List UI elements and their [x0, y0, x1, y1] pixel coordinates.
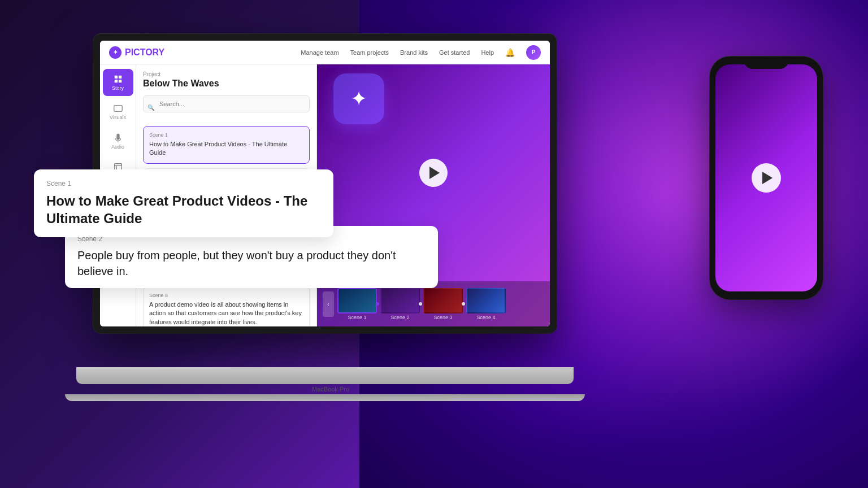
phone-play-button[interactable] — [752, 163, 781, 193]
timeline-thumb-2[interactable]: Scene 2 — [380, 288, 420, 320]
app-header-nav: Manage team Team projects Brand kits Get… — [301, 45, 541, 60]
thumb-label-1: Scene 1 — [337, 315, 377, 320]
macbook-label: MacBook Pro — [312, 386, 349, 393]
avatar[interactable]: P — [526, 45, 541, 60]
thumb-dot-3 — [462, 302, 465, 306]
bell-icon[interactable]: 🔔 — [505, 48, 515, 57]
thumb-label-2: Scene 2 — [380, 315, 420, 320]
search-wrapper — [143, 95, 310, 119]
logo-text: PICTORY — [125, 47, 164, 58]
timeline-thumb-1[interactable]: Scene 1 — [337, 288, 377, 320]
sidebar-audio-label: Audio — [111, 144, 124, 150]
search-input[interactable] — [143, 95, 310, 112]
svg-rect-3 — [118, 80, 121, 82]
scene-1-label: Scene 1 — [149, 132, 303, 138]
phone-bezel — [710, 56, 823, 299]
sidebar-item-audio[interactable]: Audio — [103, 128, 133, 155]
svg-rect-2 — [114, 80, 117, 82]
floating-scene-1-tag: Scene 1 — [46, 180, 321, 188]
play-button-main[interactable] — [419, 159, 448, 187]
thumb-dot-2 — [419, 302, 422, 306]
project-title: Below The Waves — [143, 79, 310, 89]
scene-1-text: How to Make Great Product Videos - The U… — [149, 140, 303, 158]
floating-scene-1-headline: How to Make Great Product Videos - The U… — [46, 192, 321, 227]
thumb-img-1 — [337, 288, 377, 313]
sidebar-story-label: Story — [112, 85, 124, 91]
scene-card-1[interactable]: Scene 1 How to Make Great Product Videos… — [143, 126, 310, 164]
phone-screen — [715, 64, 817, 291]
svg-rect-4 — [114, 106, 121, 112]
app-header: ✦ PICTORY Manage team Team projects Bran… — [100, 41, 550, 64]
thumb-label-4: Scene 4 — [466, 315, 506, 320]
logo-icon: ✦ — [109, 46, 121, 59]
timeline: ‹ Scene 1 Scene 2 — [317, 281, 550, 326]
thumb-img-4 — [466, 288, 506, 313]
thumb-img-2 — [380, 288, 420, 313]
nav-help[interactable]: Help — [481, 49, 494, 56]
app-logo[interactable]: ✦ PICTORY — [109, 46, 164, 59]
sidebar-item-story[interactable]: Story — [103, 69, 133, 96]
scene-card-8[interactable]: Scene 8 A product demo video is all abou… — [143, 286, 310, 326]
sidebar-item-visuals[interactable]: Visuals — [103, 98, 133, 125]
sparkle-ai-button[interactable]: ✦ — [333, 73, 384, 124]
scene-8-label: Scene 8 — [149, 293, 303, 298]
timeline-collapse-btn[interactable]: ‹ — [323, 291, 334, 317]
nav-get-started[interactable]: Get started — [439, 49, 470, 56]
floating-scene-card-1: Scene 1 How to Make Great Product Videos… — [34, 169, 333, 237]
timeline-thumb-4[interactable]: Scene 4 — [466, 288, 506, 320]
nav-team-projects[interactable]: Team projects — [350, 49, 389, 56]
nav-brand-kits[interactable]: Brand kits — [400, 49, 428, 56]
macbook-foot — [65, 394, 585, 401]
thumb-label-3: Scene 3 — [423, 315, 463, 320]
project-label: Project — [143, 71, 310, 77]
floating-scene-2-body: People buy from people, but they won't b… — [77, 247, 426, 279]
thumb-dot-1 — [376, 302, 379, 306]
scene-8-text: A product demo video is all about showin… — [149, 300, 303, 326]
sidebar-visuals-label: Visuals — [110, 115, 126, 120]
macbook-base — [76, 367, 574, 384]
svg-rect-0 — [114, 76, 117, 79]
audio-icon — [113, 133, 123, 143]
story-icon — [113, 74, 123, 84]
nav-manage-team[interactable]: Manage team — [301, 49, 338, 56]
sparkle-icon: ✦ — [350, 87, 367, 111]
timeline-thumb-3[interactable]: Scene 3 — [423, 288, 463, 320]
phone-notch — [744, 56, 789, 69]
svg-rect-1 — [118, 76, 121, 79]
visuals-icon — [113, 103, 123, 114]
thumb-img-3 — [423, 288, 463, 313]
phone-device — [710, 56, 834, 316]
